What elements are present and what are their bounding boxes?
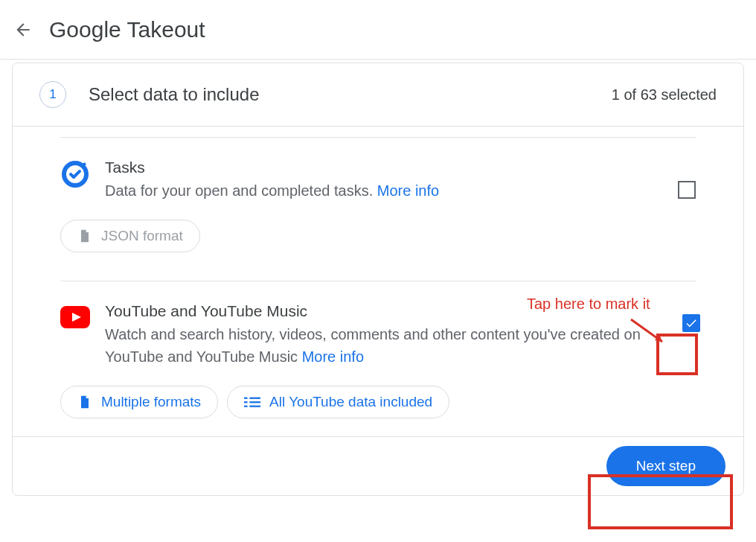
svg-rect-6 [249, 401, 260, 403]
youtube-icon [60, 302, 90, 332]
list-icon [244, 395, 260, 409]
topbar: Google Takeout [0, 0, 756, 60]
annotation-text: Tap here to mark it [527, 296, 650, 313]
youtube-formats-chip[interactable]: Multiple formats [60, 386, 218, 418]
tasks-format-label: JSON format [101, 228, 183, 244]
svg-rect-4 [244, 406, 248, 407]
page-title: Google Takeout [49, 17, 205, 42]
tasks-title: Tasks [105, 159, 660, 176]
card-header: 1 Select data to include 1 of 63 selecte… [13, 63, 743, 127]
back-arrow-icon[interactable] [13, 20, 33, 39]
tasks-description: Data for your open and completed tasks. … [105, 179, 660, 202]
svg-rect-2 [244, 398, 248, 399]
annotation-box-next [588, 474, 733, 529]
annotation-box-checkbox [656, 334, 698, 375]
tasks-more-info-link[interactable]: More info [377, 182, 439, 199]
step-title: Select data to include [89, 84, 260, 105]
file-icon [77, 229, 92, 243]
svg-rect-3 [244, 401, 248, 403]
youtube-description: Watch and search history, videos, commen… [105, 323, 660, 368]
file-icon [77, 395, 92, 409]
youtube-formats-label: Multiple formats [101, 394, 201, 410]
youtube-more-info-link[interactable]: More info [302, 348, 364, 365]
step-number-badge: 1 [39, 81, 66, 108]
takeout-card: 1 Select data to include 1 of 63 selecte… [12, 63, 744, 496]
youtube-data-chip[interactable]: All YouTube data included [227, 386, 449, 418]
tasks-checkbox[interactable] [678, 181, 696, 199]
svg-rect-7 [249, 406, 260, 407]
youtube-data-label: All YouTube data included [269, 394, 432, 410]
youtube-checkbox[interactable] [682, 314, 700, 332]
svg-rect-5 [249, 398, 260, 399]
selection-count: 1 of 63 selected [612, 86, 717, 103]
product-row-tasks: Tasks Data for your open and completed t… [60, 138, 696, 270]
tasks-icon [60, 159, 90, 188]
tasks-format-chip[interactable]: JSON format [60, 220, 200, 252]
